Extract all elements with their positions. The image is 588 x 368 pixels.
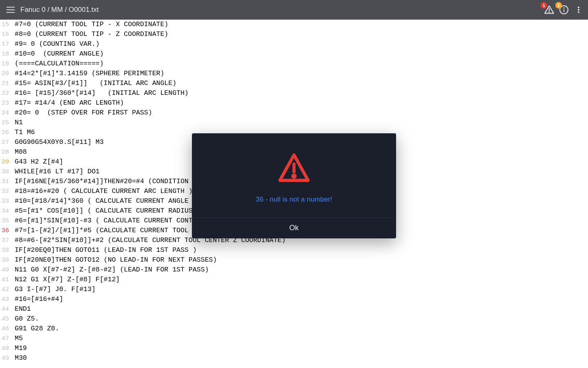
line-number: 25: [0, 118, 12, 128]
code-line[interactable]: 23#17= #14/4 (END ARC LENGTH): [0, 98, 588, 108]
code-text: #9= 0 (COUNTING VAR.): [12, 39, 100, 49]
code-text: N11 G0 X[#7-#2] Z-[#8-#2] (LEAD-IN FOR 1…: [12, 265, 209, 275]
line-number: 43: [0, 295, 12, 305]
code-line[interactable]: 21#15= ASIN[#3/[#1]] (INITIAL ARC ANGLE): [0, 79, 588, 88]
code-text: #10=0 (CURRENT ANGLE): [12, 49, 104, 59]
code-line[interactable]: 45G0 Z5.: [0, 314, 588, 324]
line-number: 39: [0, 256, 12, 265]
code-text: IF[#20NE0]THEN GOTO12 (NO LEAD-IN FOR NE…: [12, 255, 217, 265]
code-text: N1: [12, 118, 23, 128]
code-line[interactable]: 44END1: [0, 304, 588, 314]
line-number: 23: [0, 99, 12, 108]
code-text: G43 H2 Z[#4]: [12, 157, 63, 167]
code-text: G3 I-[#7] J0. F[#13]: [12, 285, 96, 294]
code-line[interactable]: 24#20= 0 (STEP OVER FOR FIRST PASS): [0, 108, 588, 118]
svg-point-9: [578, 9, 579, 10]
code-line[interactable]: 49M30: [0, 353, 588, 363]
code-text: #18=#16+#20 ( CALCULATE CURRENT ARC LENG…: [12, 186, 193, 196]
code-text: M5: [12, 334, 23, 343]
dialog-ok-button[interactable]: Ok: [192, 218, 396, 238]
line-number: 32: [0, 187, 12, 197]
line-number: 40: [0, 265, 12, 275]
line-number: 45: [0, 314, 12, 324]
line-number: 41: [0, 275, 12, 285]
code-line[interactable]: 20#14=2*[#1]*3.14159 (SPHERE PERIMETER): [0, 69, 588, 79]
code-text: END1: [12, 304, 31, 314]
code-text: M19: [12, 343, 27, 353]
code-text: M08: [12, 147, 27, 157]
dialog-message: 36 - null is not a number!: [192, 183, 396, 218]
more-button[interactable]: [572, 4, 585, 16]
line-number: 26: [0, 128, 12, 138]
line-number: 46: [0, 324, 12, 334]
code-text: N12 G1 X[#7] Z-[#8] F[#12]: [12, 275, 120, 285]
hamburger-icon: [6, 6, 15, 13]
line-number: 47: [0, 334, 12, 344]
line-number: 37: [0, 236, 12, 246]
svg-point-10: [578, 11, 579, 13]
code-text: #7=0 (CURRENT TOOL TIP - X COORDINATE): [12, 20, 168, 29]
line-number: 18: [0, 49, 12, 59]
header-actions: 1 1: [543, 4, 585, 16]
line-number: 24: [0, 108, 12, 118]
code-line[interactable]: 47M5: [0, 334, 588, 343]
code-text: T1 M6: [12, 128, 35, 137]
code-text: #16= [#15]/360*[#14] (INITIAL ARC LENGTH…: [12, 88, 189, 98]
code-text: #8=0 (CURRENT TOOL TIP - Z COORDINATE): [12, 29, 168, 39]
line-number: 27: [0, 138, 12, 148]
line-number: 28: [0, 148, 12, 157]
code-text: #5=[#1* COS[#10]] ( CALCULATE CURRENT RA…: [12, 206, 197, 216]
line-number: 38: [0, 246, 12, 256]
line-number: 29: [0, 157, 12, 167]
line-number: 44: [0, 305, 12, 314]
code-text: #10=[#18/#14]*360 ( CALCULATE CURRENT AN…: [12, 196, 197, 206]
code-line[interactable]: 48M19: [0, 343, 588, 353]
info-badge: 1: [555, 2, 562, 9]
error-dialog: 36 - null is not a number! Ok: [192, 133, 396, 238]
code-line[interactable]: 38IF[#20EQ0]THEN GOTO11 (LEAD-IN FOR 1ST…: [0, 245, 588, 255]
code-line[interactable]: 17#9= 0 (COUNTING VAR.): [0, 39, 588, 49]
code-text: #15= ASIN[#3/[#1]] (INITIAL ARC ANGLE): [12, 79, 176, 88]
code-line[interactable]: 42G3 I-[#7] J0. F[#13]: [0, 285, 588, 294]
code-text: WHILE[#16 LT #17] DO1: [12, 167, 100, 177]
alert-triangle-icon: [276, 152, 312, 183]
code-line[interactable]: 46G91 G28 Z0.: [0, 324, 588, 334]
code-line[interactable]: 15#7=0 (CURRENT TOOL TIP - X COORDINATE): [0, 20, 588, 29]
code-text: IF[#20EQ0]THEN GOTO11 (LEAD-IN FOR 1ST P…: [12, 245, 197, 255]
code-text: #17= #14/4 (END ARC LENGTH): [12, 98, 124, 108]
line-number: 20: [0, 69, 12, 79]
header-bar: Fanuc 0 / MM / O0001.txt 1 1: [0, 0, 588, 20]
code-text: (====CALCULATION=====): [12, 59, 104, 69]
line-number: 36: [0, 226, 12, 236]
menu-button[interactable]: [5, 4, 16, 16]
warnings-button[interactable]: 1: [543, 4, 555, 16]
line-number: 21: [0, 79, 12, 89]
code-line[interactable]: 41N12 G1 X[#7] Z-[#8] F[#12]: [0, 275, 588, 285]
line-number: 34: [0, 206, 12, 216]
header-title: Fanuc 0 / MM / O0001.txt: [20, 6, 99, 14]
more-vertical-icon: [575, 6, 583, 14]
code-line[interactable]: 40N11 G0 X[#7-#2] Z-[#8-#2] (LEAD-IN FOR…: [0, 265, 588, 275]
line-number: 19: [0, 59, 12, 69]
code-text: #20= 0 (STEP OVER FOR FIRST PASS): [12, 108, 152, 118]
info-button[interactable]: 1: [558, 4, 570, 16]
line-number: 31: [0, 177, 12, 187]
code-line[interactable]: 18#10=0 (CURRENT ANGLE): [0, 49, 588, 59]
code-line[interactable]: 16#8=0 (CURRENT TOOL TIP - Z COORDINATE): [0, 29, 588, 39]
code-text: G0 Z5.: [12, 314, 39, 324]
code-line[interactable]: 19(====CALCULATION=====): [0, 59, 588, 69]
line-number: 49: [0, 354, 12, 364]
code-line[interactable]: 25N1: [0, 118, 588, 128]
code-text: #16=[#16+#4]: [12, 294, 63, 304]
dialog-icon-wrap: [192, 133, 396, 183]
line-number: 15: [0, 20, 12, 30]
code-text: #14=2*[#1]*3.14159 (SPHERE PERIMETER): [12, 69, 164, 79]
code-line[interactable]: 39IF[#20NE0]THEN GOTO12 (NO LEAD-IN FOR …: [0, 255, 588, 265]
line-number: 17: [0, 40, 12, 49]
line-number: 30: [0, 167, 12, 177]
line-number: 42: [0, 285, 12, 295]
svg-point-7: [564, 8, 564, 8]
code-line[interactable]: 43#16=[#16+#4]: [0, 294, 588, 304]
line-number: 16: [0, 30, 12, 40]
code-line[interactable]: 22#16= [#15]/360*[#14] (INITIAL ARC LENG…: [0, 88, 588, 98]
